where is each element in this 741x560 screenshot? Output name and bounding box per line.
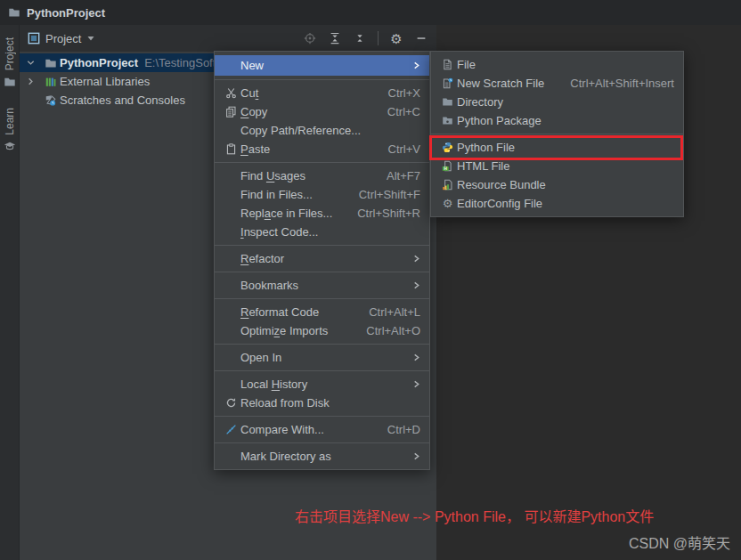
menu-item-find-in-files[interactable]: Find in Files...Ctrl+Shift+F (215, 185, 429, 204)
menu-item-paste[interactable]: PasteCtrl+V (215, 140, 429, 158)
menu-item-find-usages[interactable]: Find UsagesAlt+F7 (215, 166, 429, 185)
menu-item-label: Compare With... (240, 423, 324, 436)
menu-item-label: Paste (240, 142, 270, 156)
menu-item-directory[interactable]: Directory (431, 93, 683, 111)
menu-separator (215, 298, 429, 299)
menu-item-label: Open In (240, 351, 281, 364)
submenu-arrow-icon (398, 255, 420, 263)
menu-item-shortcut: Alt+F7 (372, 169, 420, 183)
annotation-text: 右击项目选择New --> Python File， 可以新建Python文件 (295, 505, 654, 526)
project-view-icon (28, 32, 40, 45)
menu-item-shortcut: Ctrl+Alt+L (354, 305, 420, 319)
folder-icon (41, 57, 60, 69)
menu-item-label: Mark Directory as (240, 450, 331, 463)
menu-item-python-file[interactable]: Python File (431, 138, 683, 157)
menu-separator (215, 344, 429, 345)
menu-item-compare-with[interactable]: Compare With...Ctrl+D (215, 420, 429, 439)
menu-item-label: New Scratch File (457, 77, 544, 90)
submenu-arrow-icon (398, 380, 420, 388)
tool-stripe-tab-project[interactable]: Project (4, 37, 16, 88)
project-view-selector[interactable]: Project (28, 32, 95, 45)
expand-all-icon (329, 32, 341, 45)
tool-window-stripe: Project Learn (0, 25, 20, 560)
menu-separator (215, 162, 429, 163)
chevron-right-icon[interactable] (26, 77, 41, 86)
menu-separator (215, 416, 429, 417)
tool-stripe-tab-learn[interactable]: Learn (4, 108, 16, 153)
menu-item-reformat-code[interactable]: Reformat CodeCtrl+Alt+L (215, 303, 429, 321)
menu-item-cut[interactable]: CutCtrl+X (215, 84, 429, 102)
python-file-icon (438, 142, 457, 153)
menu-item-editorconfig-file[interactable]: ⚙EditorConfig File (431, 194, 683, 213)
paste-icon (222, 143, 240, 155)
scratch-file-icon (438, 77, 457, 89)
scratches-icon (41, 94, 60, 107)
menu-separator (215, 370, 429, 371)
window-titlebar: PythonProject (0, 0, 741, 25)
menu-item-refactor[interactable]: Refactor (215, 249, 429, 268)
menu-item-new-scratch-file[interactable]: New Scratch FileCtrl+Alt+Shift+Insert (431, 74, 683, 93)
menu-item-label: Reformat Code (240, 305, 319, 319)
settings-icon: ⚙ (390, 32, 402, 45)
menu-item-python-package[interactable]: Python Package (431, 111, 683, 130)
menu-item-shortcut: Ctrl+D (373, 423, 420, 436)
folder-icon (4, 76, 16, 88)
menu-item-label: Copy (240, 105, 267, 118)
svg-text:H: H (444, 166, 448, 171)
menu-item-label: New (240, 59, 264, 72)
pycharm-window: PythonProject Project Learn Project ⚙ Py… (0, 0, 741, 560)
menu-item-optimize-imports[interactable]: Optimize ImportsCtrl+Alt+O (215, 321, 429, 340)
menu-item-label: Find in Files... (240, 188, 313, 201)
csdn-watermark: CSDN @萌笑天 (629, 532, 730, 553)
window-title: PythonProject (27, 6, 105, 20)
libraries-icon (41, 76, 60, 88)
chevron-down-icon (86, 34, 95, 43)
toolbar-button-hide[interactable] (411, 28, 432, 48)
menu-item-copy-path-reference[interactable]: Copy Path/Reference... (215, 121, 429, 140)
folder-icon (8, 6, 20, 19)
menu-item-copy[interactable]: CopyCtrl+C (215, 102, 429, 121)
project-tab-label: Project (4, 37, 16, 70)
menu-item-label: File (457, 58, 476, 71)
menu-item-html-file[interactable]: HHTML File (431, 157, 683, 175)
submenu-arrow-icon (398, 353, 420, 361)
toolbar-button-expand-all[interactable] (324, 28, 346, 48)
menu-item-file[interactable]: File (431, 55, 683, 74)
context-menu: NewCutCtrl+XCopyCtrl+CCopy Path/Referenc… (214, 51, 430, 470)
menu-item-label: Python File (457, 141, 515, 154)
learn-tab-label: Learn (4, 108, 16, 135)
menu-separator (215, 79, 429, 80)
menu-item-label: Inspect Code... (240, 225, 318, 239)
menu-item-label: Find Usages (240, 169, 305, 183)
new-submenu: FileNew Scratch FileCtrl+Alt+Shift+Inser… (430, 51, 684, 217)
toolbar-button-locate[interactable] (299, 28, 321, 48)
tree-item-label: External Libraries (60, 75, 150, 88)
cut-icon (222, 87, 240, 99)
menu-item-new[interactable]: New (215, 55, 429, 76)
menu-item-resource-bundle[interactable]: Resource Bundle (431, 175, 683, 194)
menu-item-label: Directory (457, 95, 503, 109)
chevron-down-icon[interactable] (26, 58, 41, 68)
menu-item-mark-directory-as[interactable]: Mark Directory as (215, 447, 429, 466)
menu-separator (215, 272, 429, 272)
menu-item-label: EditorConfig File (457, 197, 542, 210)
menu-item-inspect-code[interactable]: Inspect Code... (215, 223, 429, 241)
menu-item-label: Refactor (240, 252, 284, 265)
locate-icon (304, 32, 316, 45)
toolbar-divider (378, 31, 379, 45)
menu-item-open-in[interactable]: Open In (215, 348, 429, 367)
menu-item-replace-in-files[interactable]: Replace in Files...Ctrl+Shift+R (215, 204, 429, 223)
menu-item-label: Cut (240, 86, 258, 100)
menu-item-shortcut: Ctrl+Shift+R (343, 207, 420, 220)
menu-item-label: Resource Bundle (457, 178, 546, 191)
tree-item-label: PythonProject (60, 56, 138, 69)
toolbar-button-settings[interactable]: ⚙ (386, 28, 407, 48)
menu-item-shortcut: Ctrl+X (374, 86, 420, 100)
submenu-arrow-icon (398, 61, 420, 69)
hide-icon (415, 32, 428, 45)
toolbar-button-collapse-all[interactable] (349, 28, 370, 48)
menu-item-bookmarks[interactable]: Bookmarks (215, 276, 429, 295)
menu-item-local-history[interactable]: Local History (215, 375, 429, 394)
python-package-icon (438, 115, 457, 126)
menu-item-reload-from-disk[interactable]: Reload from Disk (215, 394, 429, 412)
